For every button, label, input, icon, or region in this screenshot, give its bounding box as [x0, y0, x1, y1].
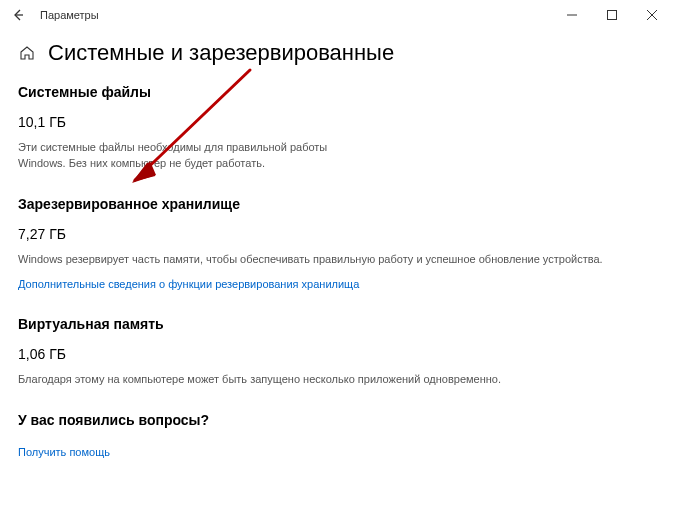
window-title: Параметры: [40, 9, 99, 21]
content: Системные файлы 10,1 ГБ Эти системные фа…: [0, 84, 680, 460]
section-value: 7,27 ГБ: [18, 226, 662, 242]
section-heading: Виртуальная память: [18, 316, 662, 332]
maximize-button[interactable]: [592, 1, 632, 29]
get-help-link[interactable]: Получить помощь: [18, 446, 110, 458]
section-description: Эти системные файлы необходимы для прави…: [18, 140, 328, 172]
maximize-icon: [607, 10, 617, 20]
back-button[interactable]: [8, 5, 28, 25]
section-description: Windows резервирует часть памяти, чтобы …: [18, 252, 662, 268]
minimize-button[interactable]: [552, 1, 592, 29]
section-value: 1,06 ГБ: [18, 346, 662, 362]
page-title: Системные и зарезервированные: [48, 40, 394, 66]
arrow-left-icon: [11, 8, 25, 22]
section-heading: У вас появились вопросы?: [18, 412, 662, 428]
minimize-icon: [567, 10, 577, 20]
section-heading: Системные файлы: [18, 84, 662, 100]
section-system-files: Системные файлы 10,1 ГБ Эти системные фа…: [18, 84, 662, 172]
close-icon: [647, 10, 657, 20]
window-controls: [552, 1, 672, 29]
section-heading: Зарезервированное хранилище: [18, 196, 662, 212]
reserved-storage-learn-more-link[interactable]: Дополнительные сведения о функции резерв…: [18, 278, 359, 290]
section-reserved-storage: Зарезервированное хранилище 7,27 ГБ Wind…: [18, 196, 662, 292]
section-description: Благодаря этому на компьютере может быть…: [18, 372, 662, 388]
titlebar: Параметры: [0, 0, 680, 30]
section-help: У вас появились вопросы? Получить помощь: [18, 412, 662, 460]
titlebar-left: Параметры: [8, 5, 99, 25]
section-virtual-memory: Виртуальная память 1,06 ГБ Благодаря это…: [18, 316, 662, 388]
close-button[interactable]: [632, 1, 672, 29]
home-button[interactable]: [18, 44, 36, 62]
page-header: Системные и зарезервированные: [0, 30, 680, 84]
section-value: 10,1 ГБ: [18, 114, 662, 130]
svg-rect-0: [608, 10, 617, 19]
home-icon: [19, 45, 35, 61]
